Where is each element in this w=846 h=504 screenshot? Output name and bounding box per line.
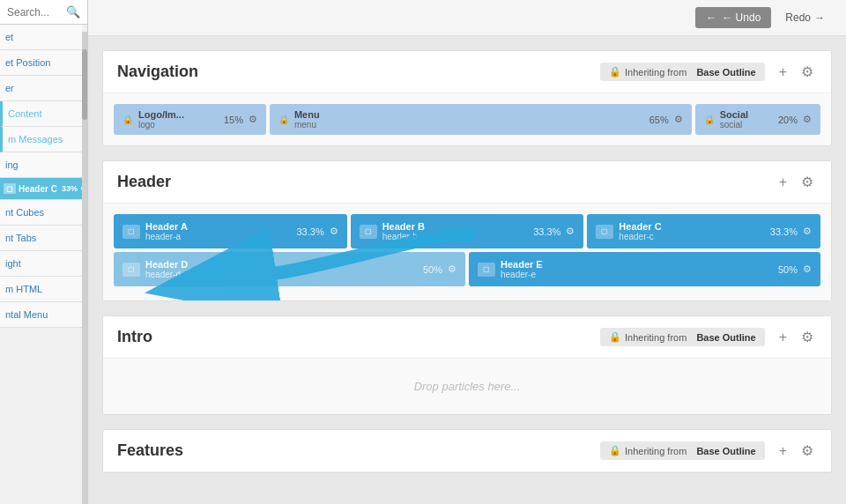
features-actions: + ⚙ (776, 441, 817, 461)
toolbar: ← ← Undo Redo → (88, 0, 846, 36)
sidebar-item-nt-tabs[interactable]: nt Tabs (0, 226, 82, 251)
header-b-icon: ▢ (360, 225, 377, 239)
header-d-icon: ▢ (122, 263, 140, 277)
sidebar-item-et[interactable]: et (0, 25, 82, 50)
sidebar-item-label: ntal Menu (5, 309, 48, 320)
nav-item-menu[interactable]: 🔒 Menu menu 65% ⚙ (270, 104, 692, 135)
header-actions: + ⚙ (776, 172, 817, 192)
inherit-target: Base Outline (696, 332, 755, 343)
sidebar-item-label: et (5, 32, 13, 42)
header-grid: ▢ Header A header-a 33.3% ⚙ ▢ (103, 204, 831, 300)
intro-actions: + ⚙ (776, 327, 817, 347)
header-row-2: ▢ Header D header-d 50% ⚙ ▢ (114, 252, 820, 286)
features-section-header: Features 🔒 Inheriting from Base Outline … (103, 430, 831, 472)
features-add-button[interactable]: + (776, 441, 790, 461)
redo-arrow-icon: → (814, 11, 825, 24)
navigation-title: Navigation (117, 63, 600, 81)
features-section: Features 🔒 Inheriting from Base Outline … (102, 429, 832, 473)
sidebar-item-label: er (5, 83, 14, 93)
header-c-icon: ▢ (596, 225, 613, 239)
navigation-grid: 🔒 Logo/Im... logo 15% ⚙ 🔒 Menu menu 65% (103, 93, 831, 145)
search-input[interactable] (7, 6, 66, 19)
sidebar: 🔍 et et Position er Content m Messages i… (0, 0, 88, 504)
sidebar-scrollbar[interactable] (82, 32, 87, 504)
drop-zone-text: Drop particles here... (414, 380, 521, 393)
intro-title: Intro (117, 328, 600, 346)
header-cell-c[interactable]: ▢ Header C header-c 33.3% ⚙ (587, 214, 820, 248)
header-title: Header (117, 173, 776, 191)
main-content: ← ← Undo Redo → Navigation 🔒 Inheriting … (88, 0, 846, 504)
sidebar-scrollbar-thumb (82, 49, 87, 120)
navigation-settings-button[interactable]: ⚙ (798, 62, 817, 82)
navigation-section: Navigation 🔒 Inheriting from Base Outlin… (102, 50, 832, 146)
undo-button[interactable]: ← ← Undo (695, 7, 771, 28)
redo-button[interactable]: Redo → (775, 7, 835, 28)
inherit-target: Base Outline (696, 67, 755, 78)
sidebar-item-ntal-menu[interactable]: ntal Menu (0, 302, 82, 328)
intro-inherit-badge: 🔒 Inheriting from Base Outline (600, 328, 765, 346)
sidebar-item-m-messages[interactable]: m Messages (0, 127, 82, 152)
sidebar-item-label: nt Tabs (5, 233, 36, 243)
features-settings-button[interactable]: ⚙ (798, 441, 817, 461)
lock-icon: 🔒 (122, 115, 133, 124)
sidebar-item-label: m Messages (8, 134, 63, 145)
sidebar-item-nt-cubes[interactable]: nt Cubes (0, 200, 82, 226)
lock-icon: 🔒 (609, 66, 621, 78)
lock-icon: 🔒 (704, 115, 715, 124)
intro-section: Intro 🔒 Inheriting from Base Outline + ⚙… (102, 315, 832, 415)
sidebar-item-ing[interactable]: ing (0, 152, 82, 178)
navigation-section-header: Navigation 🔒 Inheriting from Base Outlin… (103, 51, 831, 93)
header-settings-button[interactable]: ⚙ (798, 172, 817, 192)
inherit-target: Base Outline (696, 446, 755, 456)
header-cell-e[interactable]: ▢ Header E header-e 50% ⚙ (469, 252, 820, 286)
lock-icon: 🔒 (278, 115, 289, 124)
sidebar-item-label: nt Cubes (5, 207, 44, 218)
features-title: Features (117, 441, 600, 460)
header-row-1: ▢ Header A header-a 33.3% ⚙ ▢ (114, 214, 820, 248)
sidebar-item-header-c[interactable]: ▢ Header C 33% ⚙ header-c (0, 178, 82, 200)
header-cell-d[interactable]: ▢ Header D header-d 50% ⚙ (114, 252, 465, 286)
sidebar-item-label: ing (5, 159, 19, 170)
header-cell-a[interactable]: ▢ Header A header-a 33.3% ⚙ (114, 214, 347, 248)
sidebar-search-bar[interactable]: 🔍 (0, 0, 87, 25)
sidebar-item-ight[interactable]: ight (0, 251, 82, 277)
lock-icon: 🔒 (609, 331, 621, 343)
header-cell-b[interactable]: ▢ Header B header-b 33.3% ⚙ (351, 214, 584, 248)
sidebar-item-content[interactable]: Content (0, 101, 82, 127)
sidebar-item-et-position[interactable]: et Position (0, 50, 82, 76)
sidebar-item-label: Header C (19, 184, 57, 194)
sidebar-items-list: et et Position er Content m Messages ing… (0, 25, 87, 504)
sidebar-item-label: et Position (5, 57, 50, 68)
intro-drop-zone[interactable]: Drop particles here... (103, 359, 831, 414)
header-a-icon: ▢ (122, 225, 140, 239)
navigation-add-button[interactable]: + (776, 63, 790, 82)
nav-item-social[interactable]: 🔒 Social social 20% ⚙ (695, 104, 820, 135)
intro-add-button[interactable]: + (776, 328, 790, 347)
redo-label: Redo (785, 11, 811, 24)
navigation-inherit-badge: 🔒 Inheriting from Base Outline (600, 63, 765, 81)
header-section-header: Header + ⚙ (103, 161, 831, 204)
features-inherit-badge: 🔒 Inheriting from Base Outline (600, 441, 765, 460)
content-area: Navigation 🔒 Inheriting from Base Outlin… (88, 36, 846, 504)
sidebar-item-m-html[interactable]: m HTML (0, 277, 82, 302)
navigation-actions: + ⚙ (776, 62, 817, 82)
header-add-button[interactable]: + (776, 173, 790, 192)
header-section: Header + ⚙ ▢ Header A header-a (102, 160, 832, 301)
intro-settings-button[interactable]: ⚙ (798, 327, 817, 347)
nav-item-logo[interactable]: 🔒 Logo/Im... logo 15% ⚙ (114, 104, 266, 135)
undo-arrow-icon: ← (706, 11, 716, 24)
sidebar-item-label: Content (8, 108, 42, 119)
intro-section-header: Intro 🔒 Inheriting from Base Outline + ⚙ (103, 316, 831, 359)
sidebar-item-label: m HTML (5, 284, 42, 294)
sidebar-item-label: ight (5, 258, 21, 269)
search-icon: 🔍 (66, 5, 80, 19)
sidebar-item-er[interactable]: er (0, 76, 82, 101)
header-e-icon: ▢ (478, 263, 495, 277)
lock-icon: 🔒 (609, 445, 621, 456)
